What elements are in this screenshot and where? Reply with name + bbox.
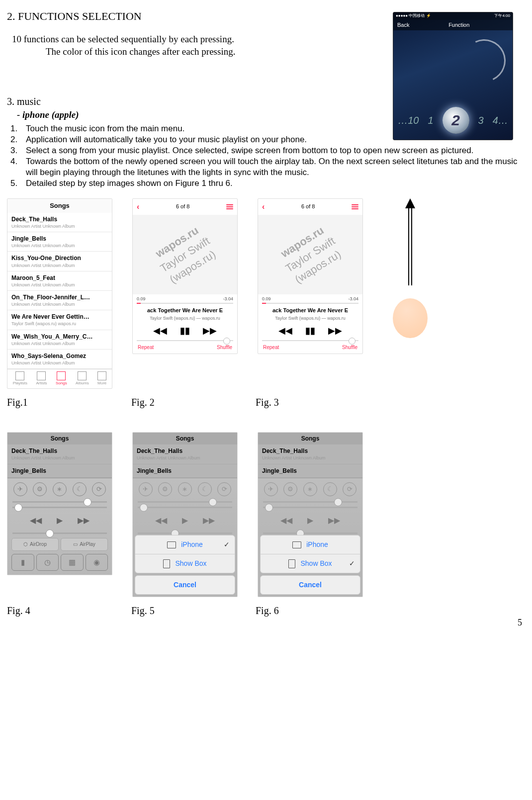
airplay-cancel-button: Cancel [260,575,360,595]
prev-icon: ◀◀ [30,515,42,526]
songs-header: Songs [133,433,237,444]
airdrop-button: ⬡ AirDrop [11,538,59,551]
calculator-icon: ▦ [61,554,84,571]
album-art: wapos.ruTaylor Swift(wapos.ru) [258,215,362,294]
airplay-option-showbox: Show Box✓ [260,554,360,573]
tab-artists: Artists [36,371,47,386]
camera-icon: ◉ [86,554,108,571]
volume-slider [137,340,233,341]
time-remaining: -3.04 [348,296,358,302]
tab-more: More [97,371,106,386]
fig1-songs-list: Songs Deck_The_HallsUnknown Artist Unkno… [7,198,112,389]
album-art: wapos.ruTaylor Swift(wapos.ru) [133,215,237,294]
songs-header: Songs [7,433,112,444]
gauge-arc [457,33,512,88]
airplay-sheet: iPhone✓ Show Box Cancel [133,533,237,597]
back-button: Back [397,21,409,29]
check-icon: ✓ [224,540,230,549]
finger-icon [393,298,428,338]
pause-icon: ▮▮ [305,325,315,337]
playback-controls: ◀◀▮▮▶▶ [133,323,237,338]
repeat-button: Repeat [263,344,279,351]
dial-num: 3 [478,114,484,127]
airplay-option-iphone: iPhone [260,535,360,554]
fig3-now-playing: ‹ 6 of 8 wapos.ruTaylor Swift(wapos.ru) … [258,198,363,354]
cc-playback-controls: ◀◀▶▶▶ [10,512,109,529]
list-item: We_Wish_You_A_Merry_C…Unknown Artist Unk… [7,330,112,350]
next-icon: ▶▶ [328,325,342,337]
play-icon: ▶ [57,515,63,526]
scrubber [137,303,233,304]
speaker-icon [163,559,170,568]
bluetooth-icon: ∗ [53,482,67,496]
monitor-icon [292,541,301,548]
dial-num: 4… [493,114,508,127]
shuffle-button: Shuffle [217,344,232,351]
tab-playlists: Playlists [13,371,27,386]
list-item: Jingle_Bells [137,467,233,475]
list-item: Jingle_Bells [262,467,358,475]
airplane-icon: ✈ [13,482,27,496]
songs-header: Songs [258,433,362,444]
dial-current: 2 [443,107,469,134]
playback-controls: ◀◀▮▮▶▶ [258,323,362,338]
next-icon: ▶▶ [203,325,217,337]
cc-scrubber [12,507,107,508]
next-icon: ▶▶ [78,515,89,526]
speaker-icon [288,559,295,568]
arrow-up-icon [405,198,415,208]
caption-fig1: Fig.1 [7,396,111,409]
tab-songs: Songs [56,371,67,386]
step-5: Detailed step by step images shown on Fi… [20,178,525,188]
back-chevron-icon: ‹ [262,201,265,212]
scrubber [262,303,358,304]
caption-fig3: Fig. 3 [256,396,360,409]
track-info: Taylor Swift (wapos.ru) — wapos.ru [133,315,237,323]
caption-fig2: Fig. 2 [131,396,236,409]
cc-volume-slider [12,533,107,534]
function-dial: …10 1 2 3 4… [393,88,513,140]
track-name: ack Together We Are Never E [133,306,237,315]
tab-albums: Albums [76,371,89,386]
list-item: Deck_The_Halls [137,447,233,455]
fig4-control-center: Songs Deck_The_HallsUnknown Artist Unkno… [7,432,112,575]
airplay-sheet: iPhone Show Box✓ Cancel [258,533,362,597]
list-item: Deck_The_HallsUnknown Artist Unknown Alb… [7,213,112,232]
airplay-option-iphone: iPhone✓ [135,535,235,554]
back-chevron-icon: ‹ [137,201,139,212]
airplay-option-showbox: Show Box [135,554,235,573]
track-counter: 6 of 8 [176,203,190,210]
time-remaining: -3.04 [223,296,233,302]
caption-fig4: Fig. 4 [7,604,111,618]
monitor-icon [167,541,176,548]
songs-header: Songs [7,199,112,213]
track-counter: 6 of 8 [301,203,315,210]
fig6-airplay-sheet: Songs Deck_The_HallsUnknown Artist Unkno… [258,432,363,597]
function-phone-screenshot: ●●●●● 中国移动 ⚡下午4:00 BackFunction …10 1 2 … [393,12,513,140]
dial-num: 1 [428,114,433,127]
track-info: Taylor Swift (wapos.ru) — wapos.ru [258,315,362,323]
time-elapsed: 0.09 [262,296,271,302]
prev-icon: ◀◀ [278,325,292,337]
pause-icon: ▮▮ [180,325,190,337]
fig5-airplay-sheet: Songs Deck_The_HallsUnknown Artist Unkno… [132,432,238,597]
fig2-now-playing: ‹ 6 of 8 wapos.ruTaylor Swift(wapos.ru) … [132,198,238,354]
airplay-cancel-button: Cancel [135,575,235,595]
status-carrier: ●●●●● 中国移动 ⚡ [396,13,431,19]
volume-slider [262,340,358,341]
wifi-icon: ⚙ [33,482,47,496]
airplay-button: ▭ AirPlay [61,538,108,551]
list-item: Jingle_Bells [11,467,108,475]
list-icon [226,204,233,209]
time-elapsed: 0.09 [137,296,146,302]
flashlight-icon: ▮ [11,554,34,571]
track-name: ack Together We Are Never E [258,306,362,315]
lock-rotation-icon: ⟳ [92,482,106,496]
list-item: Jingle_BellsUnknown Artist Unknown Album [7,232,112,252]
list-icon [352,204,358,209]
caption-fig5: Fig. 5 [131,604,236,618]
repeat-button: Repeat [138,344,154,351]
list-item: Deck_The_Halls [262,447,358,455]
check-icon: ✓ [349,559,355,568]
screen-title: Function [448,21,469,29]
